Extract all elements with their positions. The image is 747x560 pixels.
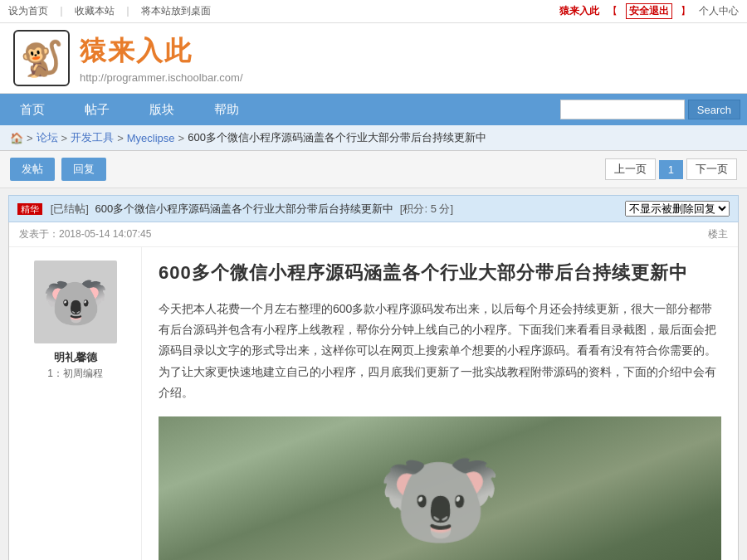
prev-page-button[interactable]: 上一页 [605, 158, 656, 180]
safe-exit-link[interactable]: 安全退出 [626, 3, 672, 19]
current-page: 1 [659, 160, 683, 179]
new-post-button[interactable]: 发帖 [10, 158, 55, 181]
pagination: 上一页 1 下一页 [605, 158, 737, 180]
post-image [159, 416, 721, 560]
filter-select[interactable]: 不显示被删除回复 显示被删除回复 [625, 201, 730, 217]
logo-text: 猿来入此 http://programmer.ischoolbar.com/ [80, 33, 243, 84]
bookmark[interactable]: 收藏本站 [75, 4, 115, 18]
logo-icon: 🐒 [13, 30, 70, 86]
post-body: 600多个微信小程序源码涵盖各个行业大部分带后台持续更新中 今天把本人花费一个月… [142, 247, 738, 560]
nav-sections[interactable]: 版块 [129, 94, 194, 125]
monkey-icon: 🐒 [20, 38, 63, 79]
action-left: 发帖 回复 [10, 158, 106, 181]
thread-status: [已结帖] [51, 202, 89, 215]
personal-center[interactable]: 个人中心 [699, 4, 739, 18]
post-text: 今天把本人花费一个月左右整理的600多款小程序源码发布出来，以后每个月还会持续更… [159, 299, 721, 403]
thread-info: 精华 [已结帖] 600多个微信小程序源码涵盖各个行业大部分带后台持续更新中 [… [17, 202, 453, 217]
next-page-button[interactable]: 下一页 [686, 158, 737, 180]
breadcrumb-current: 600多个微信小程序源码涵盖各个行业大部分带后台持续更新中 [188, 130, 486, 145]
site-url: http://programmer.ischoolbar.com/ [80, 71, 243, 84]
post-meta: 发表于：2018-05-14 14:07:45 楼主 [9, 222, 738, 247]
reply-button[interactable]: 回复 [61, 158, 106, 181]
post-title: 600多个微信小程序源码涵盖各个行业大部分带后台持续更新中 [159, 261, 721, 285]
nav-bar: 首页 帖子 版块 帮助 Search [0, 94, 747, 125]
post-sidebar: 🐨 明礼馨德 1：初周编程 [9, 247, 142, 560]
top-bar-left: 设为首页 ｜ 收藏本站 ｜ 将本站放到桌面 [8, 4, 211, 18]
nav-help[interactable]: 帮助 [194, 94, 259, 125]
breadcrumb-forum[interactable]: 论坛 [37, 130, 58, 145]
thread-score: [积分: 5 分] [400, 202, 453, 215]
top-bar-right: 猿来入此 【 安全退出 】 个人中心 [559, 3, 739, 19]
nav-posts[interactable]: 帖子 [65, 94, 129, 125]
nav-home[interactable]: 首页 [0, 94, 65, 125]
site-link[interactable]: 猿来入此 [559, 4, 599, 18]
add-desktop[interactable]: 将本站放到桌面 [141, 4, 211, 18]
thread-header: 精华 [已结帖] 600多个微信小程序源码涵盖各个行业大部分带后台持续更新中 [… [8, 195, 739, 222]
nav-search: Search [560, 100, 747, 119]
search-button[interactable]: Search [688, 100, 740, 119]
logo-area: 🐒 猿来入此 http://programmer.ischoolbar.com/ [0, 23, 747, 94]
thread-title: 600多个微信小程序源码涵盖各个行业大部分带后台持续更新中 [95, 202, 393, 215]
thread-filter: 不显示被删除回复 显示被删除回复 [625, 201, 730, 217]
user-rank: 1：初周编程 [47, 367, 103, 381]
floor-label: 楼主 [708, 227, 728, 241]
home-icon: 🏠 [10, 132, 23, 144]
top-bar: 设为首页 ｜ 收藏本站 ｜ 将本站放到桌面 猿来入此 【 安全退出 】 个人中心 [0, 0, 747, 23]
thread-badge: 精华 [17, 203, 42, 215]
post-date: 发表于：2018-05-14 14:07:45 [19, 227, 151, 241]
search-input[interactable] [560, 100, 685, 119]
action-bar: 发帖 回复 上一页 1 下一页 [0, 151, 747, 188]
site-title: 猿来入此 [80, 33, 243, 70]
breadcrumb-cat[interactable]: 开发工具 [71, 130, 114, 145]
breadcrumb: 🏠 > 论坛 > 开发工具 > Myeclipse > 600多个微信小程序源码… [0, 125, 747, 151]
breadcrumb-sub[interactable]: Myeclipse [127, 132, 175, 144]
post-wrapper: 🐨 明礼馨德 1：初周编程 600多个微信小程序源码涵盖各个行业大部分带后台持续… [9, 247, 738, 560]
set-homepage[interactable]: 设为首页 [8, 4, 48, 18]
main-content: 发表于：2018-05-14 14:07:45 楼主 🐨 明礼馨德 1：初周编程… [8, 222, 739, 560]
username: 明礼馨德 [54, 350, 97, 365]
avatar: 🐨 [34, 261, 117, 343]
